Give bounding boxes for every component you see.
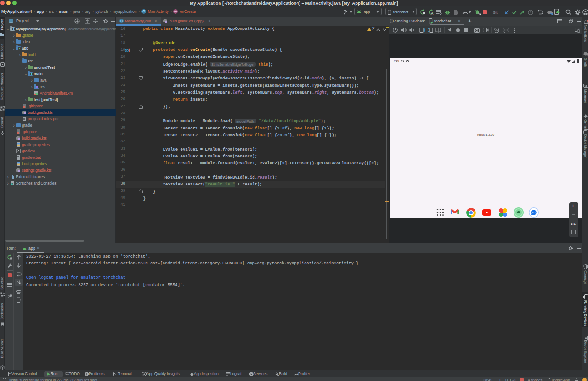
svg-text:A: A (431, 11, 434, 15)
